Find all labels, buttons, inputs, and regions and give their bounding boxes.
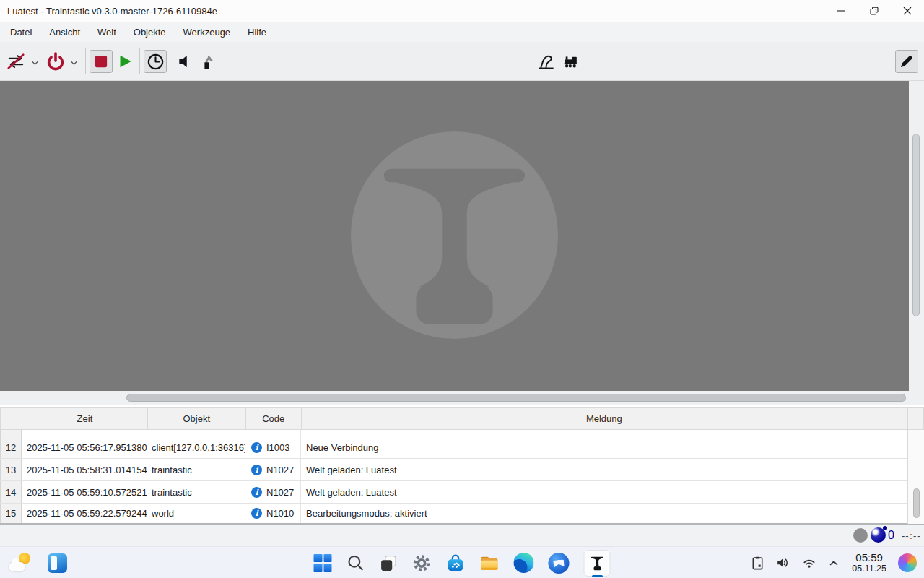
toolbar-separator: [85, 48, 86, 74]
horizontal-scrollbar-track[interactable]: [0, 391, 924, 405]
clock-icon: [146, 52, 165, 72]
cell-meldung: Welt geladen: Luatest: [301, 459, 907, 480]
track-plan-button[interactable]: [534, 50, 557, 73]
menu-werkzeuge[interactable]: Werkzeuge: [177, 24, 237, 40]
smoke-button[interactable]: [197, 50, 220, 73]
taskbar-center: [314, 547, 611, 578]
edge-button[interactable]: [514, 547, 534, 578]
close-button[interactable]: [891, 0, 924, 22]
table-vertical-scrollbar-thumb[interactable]: [913, 488, 920, 518]
restore-button[interactable]: [858, 0, 891, 22]
widgets-button[interactable]: [48, 547, 67, 578]
offline-dropdown-chevron[interactable]: [30, 59, 40, 66]
trains-button[interactable]: [559, 50, 582, 73]
toolbar-separator: [139, 48, 140, 74]
cell-code: i N1010: [245, 504, 301, 523]
wifi-tray-button[interactable]: [801, 547, 817, 578]
cell-code: i I1003: [245, 436, 301, 458]
cell-objekt: traintastic: [147, 459, 245, 480]
table-row[interactable]: 15 2025-11-05 05:59:22.579244 world i N1…: [0, 504, 907, 523]
taskbar-date: 05.11.25: [852, 564, 886, 574]
weather-icon: [9, 552, 32, 574]
fast-clock-display: --:--: [902, 530, 921, 541]
header-code[interactable]: Code: [245, 407, 302, 430]
menu-objekte[interactable]: Objekte: [127, 24, 173, 40]
search-icon: [346, 553, 365, 572]
menu-hilfe[interactable]: Hilfe: [241, 24, 273, 40]
chevron-up-icon: [827, 556, 840, 569]
table-row[interactable]: 12 2025-11-05 05:56:17.951380 client[127…: [0, 436, 907, 459]
header-meldung[interactable]: Meldung: [301, 407, 907, 430]
taskbar-tray: 05:59 05.11.25: [750, 547, 917, 578]
run-button[interactable]: [113, 50, 136, 73]
close-icon: [903, 7, 912, 15]
minimize-button[interactable]: [824, 0, 858, 22]
taskbar-clock[interactable]: 05:59 05.11.25: [850, 547, 888, 578]
header-zeit[interactable]: Zeit: [22, 407, 148, 430]
weather-button[interactable]: [9, 547, 32, 578]
info-icon: i: [251, 487, 262, 498]
cell-objekt: world: [147, 504, 245, 523]
title-bar: Luatest - Traintastic v0.3.0-master-1726…: [0, 0, 924, 22]
fast-clock-button[interactable]: [144, 50, 167, 73]
table-vertical-scrollbar-track[interactable]: [907, 407, 924, 524]
volume-icon: [775, 555, 791, 571]
vertical-scrollbar-thumb[interactable]: [912, 134, 920, 316]
horizontal-scrollbar-thumb[interactable]: [126, 394, 906, 402]
clipboard-tray-button[interactable]: [750, 547, 765, 578]
offline-toggle-button[interactable]: [4, 50, 27, 73]
power-button[interactable]: [44, 50, 67, 73]
settings-button[interactable]: [412, 547, 432, 578]
track-plan-icon: [536, 52, 556, 72]
train-icon: [562, 53, 580, 71]
menu-welt[interactable]: Welt: [91, 24, 123, 40]
table-row[interactable]: 13 2025-11-05 05:58:31.014154 traintasti…: [0, 459, 907, 481]
table-row[interactable]: 14 2025-11-05 05:59:10.572521 traintasti…: [0, 481, 907, 504]
menu-ansicht[interactable]: Ansicht: [43, 24, 87, 40]
file-explorer-button[interactable]: [480, 547, 500, 578]
cell-code: i N1027: [245, 481, 301, 503]
info-icon: i: [251, 442, 262, 453]
window-title: Luatest - Traintastic v0.3.0-master-1726…: [0, 6, 217, 17]
task-view-icon: [380, 554, 398, 572]
windows-taskbar: 05:59 05.11.25: [0, 546, 924, 578]
row-number: 13: [0, 459, 22, 480]
code-text: I1003: [266, 442, 290, 453]
traintastic-app-button[interactable]: [584, 547, 611, 578]
menu-datei[interactable]: Datei: [4, 24, 38, 40]
task-view-button[interactable]: [380, 547, 398, 578]
store-button[interactable]: [446, 547, 466, 578]
taskbar-time: 05:59: [855, 552, 883, 564]
speaker-icon: [176, 52, 195, 71]
rail-profile-icon: [589, 555, 605, 571]
edge-icon: [514, 553, 534, 573]
edit-mode-button[interactable]: [895, 50, 918, 73]
thunderbird-button[interactable]: [549, 547, 570, 578]
tray-expand-button[interactable]: [827, 547, 840, 578]
start-button[interactable]: [314, 547, 332, 578]
gray-status-indicator: [853, 528, 868, 543]
mute-button[interactable]: [174, 50, 197, 73]
table-row-partial: [0, 430, 907, 436]
smoke-icon: [199, 52, 218, 71]
play-icon: [116, 52, 134, 71]
info-icon: i: [251, 465, 262, 475]
volume-tray-button[interactable]: [775, 547, 791, 578]
traintastic-logo-circle: [351, 131, 558, 339]
wifi-icon: [801, 555, 817, 571]
search-button[interactable]: [346, 547, 365, 578]
stop-button[interactable]: [90, 50, 113, 73]
windows-start-icon: [314, 554, 332, 572]
power-dropdown-chevron[interactable]: [69, 59, 79, 66]
code-text: N1027: [266, 465, 294, 475]
thunderbird-icon: [549, 553, 570, 574]
log-table-body: 12 2025-11-05 05:56:17.951380 client[127…: [0, 430, 907, 523]
table-scrollbar-corner: [908, 407, 924, 430]
widgets-icon: [48, 553, 67, 573]
offline-crossed-arrows-icon: [6, 52, 25, 71]
toolbar: [0, 42, 924, 81]
copilot-button[interactable]: [898, 547, 917, 578]
copilot-icon: [898, 553, 917, 572]
header-objekt[interactable]: Objekt: [147, 407, 246, 430]
cell-objekt: traintastic: [147, 481, 245, 503]
